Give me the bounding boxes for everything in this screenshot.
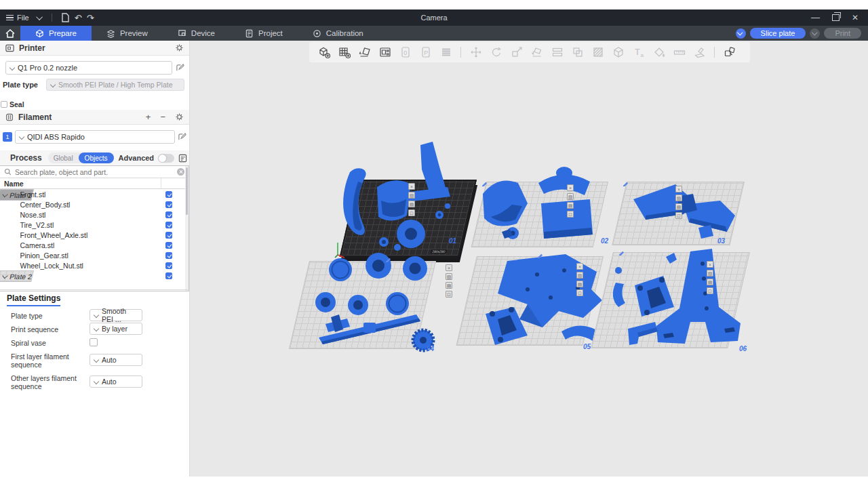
object-visibility-checkbox[interactable] [165, 201, 172, 208]
add-plate-icon[interactable] [335, 43, 353, 61]
plate-settings-icon[interactable]: ⊡ [675, 212, 682, 219]
tab-preview[interactable]: Preview [92, 26, 163, 41]
object-tree-row[interactable]: Pinion_Gear.stl [0, 250, 189, 260]
models-plate-4[interactable] [296, 244, 448, 356]
object-visibility-checkbox[interactable] [165, 232, 172, 239]
clear-search-icon[interactable] [177, 168, 184, 176]
object-visibility-checkbox[interactable] [165, 272, 172, 279]
tab-calibration[interactable]: Calibration [298, 26, 378, 41]
edit-plate-name-icon[interactable] [385, 256, 391, 262]
arrange-plate-icon[interactable]: ▧ [408, 192, 415, 199]
ps-plate-type-select[interactable]: Smooth PEI ... [90, 309, 142, 321]
seal-checkbox[interactable] [1, 101, 7, 108]
print-options-chevron[interactable] [810, 28, 820, 39]
object-tree-row[interactable]: Wheel_Lock_Nut.stl [0, 260, 189, 270]
models-plate-2[interactable] [475, 164, 614, 252]
lock-plate-icon[interactable]: ▤ [408, 201, 415, 207]
plate-settings-icon[interactable]: ⊡ [446, 291, 452, 298]
printer-preset-select[interactable]: Q1 Pro 0.2 nozzle [5, 61, 172, 75]
object-tree-scrollbar[interactable] [185, 166, 189, 291]
object-tree-row[interactable]: Center_Body.stl [0, 199, 189, 209]
object-visibility-checkbox[interactable] [165, 191, 172, 198]
add-filament-button[interactable]: + [146, 112, 151, 122]
plate-settings-tab[interactable]: Plate Settings [7, 293, 60, 306]
plate-settings-icon[interactable]: ⊡ [408, 209, 415, 216]
edit-filament-icon[interactable] [178, 132, 186, 141]
lock-plate-icon[interactable]: ▤ [675, 203, 682, 210]
object-tree-row[interactable]: Tire_V2.stl [0, 220, 189, 230]
undo-button[interactable]: ↶ [75, 13, 82, 23]
models-plate-6[interactable] [598, 241, 757, 356]
arrange-icon[interactable] [376, 43, 394, 61]
add-object-icon[interactable] [315, 43, 333, 61]
object-tree-row[interactable]: Nose.stl [0, 209, 189, 220]
arrange-plate-icon[interactable]: ▧ [446, 273, 452, 280]
edit-plate-name-icon[interactable] [481, 180, 488, 186]
viewport-3d[interactable]: 0 P Ta 280x280 [190, 41, 868, 476]
edit-printer-icon[interactable] [176, 63, 184, 72]
plate-settings-icon[interactable]: ⊡ [567, 211, 574, 218]
tree-name-column-header[interactable]: Name [0, 178, 189, 189]
slice-plate-button[interactable]: Slice plate [750, 28, 806, 39]
arrange-plate-icon[interactable]: ▧ [675, 195, 682, 201]
plate-4-label[interactable]: 04 [427, 345, 434, 352]
parameter-list-icon[interactable] [178, 154, 187, 163]
delete-plate-icon[interactable]: × [576, 263, 583, 270]
lock-plate-icon[interactable]: ▤ [576, 281, 583, 287]
file-menu-button[interactable]: File [6, 14, 29, 22]
object-visibility-checkbox[interactable] [165, 211, 172, 218]
tab-device[interactable]: Device [163, 26, 230, 41]
arrange-plate-icon[interactable]: ▧ [576, 272, 583, 279]
restore-button[interactable] [832, 14, 840, 21]
plate-1-label[interactable]: 01 [449, 237, 456, 245]
object-tree-row[interactable]: Front.stl [0, 189, 189, 199]
assembly-view-icon[interactable] [720, 43, 738, 61]
delete-plate-icon[interactable]: × [446, 264, 452, 271]
arrange-plate-icon[interactable]: ▧ [567, 193, 574, 200]
search-input[interactable] [15, 168, 174, 176]
object-visibility-checkbox[interactable] [165, 252, 172, 259]
edit-plate-name-icon[interactable] [537, 252, 543, 258]
scope-global-button[interactable]: Global [48, 155, 79, 162]
lock-plate-icon[interactable]: ▤ [446, 282, 452, 289]
object-tree-row[interactable] [0, 270, 189, 281]
ps-other-layers-sequence-select[interactable]: Auto [90, 375, 142, 388]
ps-spiral-vase-checkbox[interactable] [90, 338, 98, 346]
delete-plate-icon[interactable]: × [707, 261, 713, 268]
object-tree-row[interactable]: Front_Wheel_Axle.stl [0, 230, 189, 240]
filament-preset-select[interactable]: QIDI ABS Rapido [15, 130, 175, 144]
edit-plate-name-icon[interactable] [618, 249, 625, 256]
plate-5-label[interactable]: 05 [583, 343, 591, 350]
home-button[interactable] [0, 26, 20, 41]
auto-orient-icon[interactable] [355, 43, 374, 61]
advanced-toggle[interactable] [158, 154, 174, 163]
object-visibility-checkbox[interactable] [165, 242, 172, 249]
object-tree-row[interactable]: Camera.stl [0, 240, 189, 250]
delete-plate-icon[interactable]: × [675, 186, 682, 192]
object-visibility-checkbox[interactable] [165, 262, 172, 269]
lock-plate-icon[interactable]: ▤ [567, 202, 574, 209]
object-visibility-checkbox[interactable] [165, 222, 172, 228]
ps-print-sequence-select[interactable]: By layer [90, 323, 142, 335]
save-project-button[interactable] [61, 13, 70, 22]
tab-prepare[interactable]: Prepare [20, 26, 92, 41]
printer-settings-gear-icon[interactable] [175, 43, 184, 52]
filament-slot-badge[interactable]: 1 [3, 132, 12, 142]
plate-settings-icon[interactable]: ⊡ [707, 287, 713, 294]
models-plate-3[interactable] [618, 174, 747, 251]
file-menu-chevron-icon[interactable] [36, 14, 43, 20]
ps-first-layer-sequence-select[interactable]: Auto [90, 354, 142, 366]
close-button[interactable]: ✕ [852, 13, 859, 22]
redo-button[interactable]: ↷ [87, 13, 94, 23]
tab-project[interactable]: Project [230, 26, 298, 41]
arrange-plate-icon[interactable]: ▧ [707, 270, 713, 277]
delete-plate-icon[interactable]: × [567, 184, 574, 191]
plate-settings-icon[interactable]: ⊡ [576, 289, 583, 296]
delete-plate-icon[interactable]: × [408, 183, 415, 190]
lock-plate-icon[interactable]: ▤ [707, 279, 713, 285]
filament-settings-gear-icon[interactable] [175, 113, 184, 121]
minimize-button[interactable]: — [811, 14, 820, 21]
slice-options-chevron[interactable] [736, 28, 746, 39]
edit-plate-name-icon[interactable] [623, 180, 629, 186]
models-plate-5[interactable] [462, 247, 615, 352]
